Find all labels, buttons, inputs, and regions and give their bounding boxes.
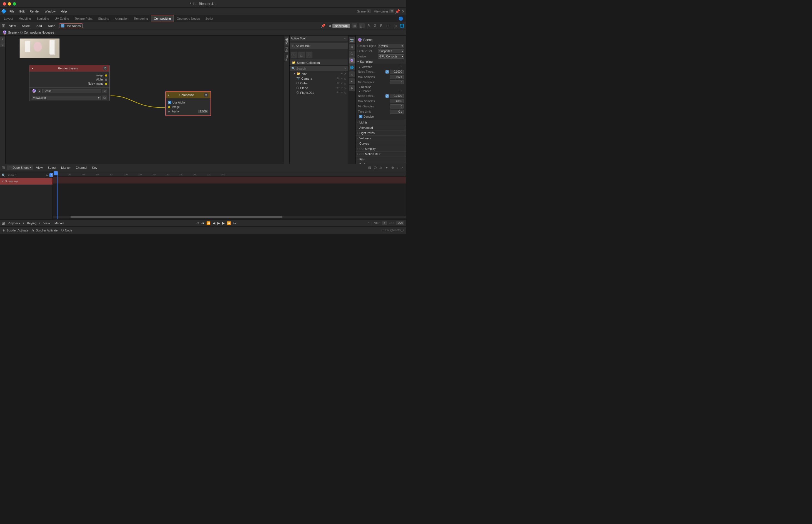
tl-marker[interactable]: Marker	[60, 165, 72, 170]
dope-sheet-selector[interactable]: ⋮ Dope Sheet ▾	[7, 165, 33, 170]
pb-view[interactable]: View	[42, 221, 52, 225]
tl-normalize-icon[interactable]: ↕	[396, 165, 399, 170]
sync-icon[interactable]: ⊙	[196, 221, 199, 225]
plane-sel[interactable]: ↗	[340, 86, 343, 89]
pin-icon[interactable]: 📌	[395, 9, 400, 14]
pb-marker[interactable]: Marker	[53, 221, 65, 225]
pb-keying[interactable]: Keying	[26, 221, 38, 225]
viewport-list-icon[interactable]: ⋮⋮	[398, 66, 403, 68]
use-nodes-toggle[interactable]: ✓ Use Nodes	[59, 23, 82, 28]
timeline-summary-row[interactable]: ▾ Summary	[0, 178, 52, 184]
node-editor-canvas[interactable]: ▾ Render Layers ⊙ Image Alpha Noisy Imag…	[5, 35, 289, 164]
play-btn[interactable]: ▶	[217, 220, 221, 226]
viewport-subsection-header[interactable]: ▾ Viewport ⋮⋮	[356, 65, 406, 69]
pb-playback[interactable]: Playback	[6, 221, 22, 225]
vp-noise-val[interactable]: 0.1000	[390, 70, 404, 74]
menu-edit[interactable]: Edit	[17, 9, 27, 14]
outliner-item-plane001[interactable]: ⬡ Plane.001 👁 ↗ △	[290, 90, 348, 95]
menu-file[interactable]: File	[7, 9, 17, 14]
outliner-item-plane[interactable]: ⬡ Plane 👁 ↗ △	[290, 85, 348, 90]
sampling-options-icon[interactable]: ⋮⋮	[399, 60, 404, 63]
prop-icon-world[interactable]: 🌐	[349, 64, 355, 70]
next-frame-btn[interactable]: ⏩	[226, 220, 232, 226]
globe-icon[interactable]: 🌐	[400, 23, 404, 28]
tl-icon-1[interactable]: ⊡	[368, 165, 371, 170]
motion-blur-header[interactable]: › ⬡⬡ Motion Blur	[356, 151, 406, 157]
tl-sync-icon[interactable]: ⊕	[391, 165, 395, 170]
outliner-item-cube[interactable]: ⬡ Cube 👁 ↗ △	[290, 81, 348, 85]
timeline-scroll-thumb[interactable]	[70, 216, 283, 218]
tl-channel[interactable]: Channel	[74, 165, 89, 170]
tab-shading[interactable]: Shading	[95, 15, 112, 22]
menu-help[interactable]: Help	[58, 9, 69, 14]
pin-toolbar-icon[interactable]: 📌	[321, 23, 325, 28]
zoom-options[interactable]: ⊞	[393, 23, 398, 28]
toolbar-view[interactable]: View	[7, 23, 18, 28]
plane-vis[interactable]: 👁	[337, 86, 339, 89]
cube-vis[interactable]: 👁	[337, 82, 339, 85]
tab-sculpting[interactable]: Sculpting	[34, 15, 52, 22]
tool-tab-1[interactable]: ⊞	[0, 37, 5, 42]
tl-select[interactable]: Select	[46, 165, 58, 170]
tool-icon-2[interactable]: ⬚	[298, 52, 305, 58]
select-box-tool[interactable]: ⊡ Select Box	[290, 43, 348, 49]
scene-dropdown[interactable]: Scene	[357, 10, 366, 13]
prop-icon-scene[interactable]: 🔮	[349, 58, 355, 64]
prop-icon-view[interactable]: ⬡	[349, 50, 355, 56]
backdrop-options-1[interactable]: ⊞	[352, 23, 357, 28]
volumes-header[interactable]: › Volumes	[356, 136, 406, 141]
editor-type-icon[interactable]: ⊞	[2, 23, 5, 28]
viewlayer-selector[interactable]: ViewLayer ▾	[32, 96, 101, 100]
tl-snap-icon[interactable]: ∧	[401, 165, 404, 170]
curves-header[interactable]: › Curves	[356, 141, 406, 146]
scene-clear-btn[interactable]: ✕	[102, 89, 107, 93]
render-layers-node[interactable]: ▾ Render Layers ⊙ Image Alpha Noisy Imag…	[29, 65, 110, 101]
tab-texture-paint[interactable]: Texture Paint	[72, 15, 95, 22]
socket-noisy-dot[interactable]	[105, 83, 107, 85]
r-denoise-header[interactable]: ✓ Denoise	[356, 114, 406, 119]
tool-tab-2[interactable]: ⊡	[0, 42, 5, 47]
plane001-sel[interactable]: ↗	[340, 91, 343, 94]
tl-search-input[interactable]	[7, 174, 45, 177]
toolbar-select[interactable]: Select	[20, 23, 33, 28]
device-value[interactable]: GPU Compute ▾	[378, 54, 404, 59]
backdrop-arrow-icon[interactable]: ◀	[328, 24, 331, 28]
prev-keyframe-btn[interactable]: ◀	[212, 220, 216, 226]
scene-input-node[interactable]	[42, 89, 101, 93]
vis-icon[interactable]: 👁	[340, 72, 343, 75]
use-nodes-checkbox[interactable]: ✓	[61, 24, 64, 28]
search-options-icon[interactable]: ▾	[344, 67, 346, 70]
toolbar-node[interactable]: Node	[46, 23, 58, 28]
r-noise-val[interactable]: 0.0100	[390, 94, 404, 98]
alpha-value[interactable]: 1.000	[198, 110, 208, 113]
tab-script[interactable]: Script	[203, 15, 216, 22]
tool-icon-3[interactable]: ⊡	[306, 52, 313, 58]
render-engine-value[interactable]: Cycles ▾	[378, 44, 404, 48]
maximize-button[interactable]	[13, 2, 16, 5]
plane001-vis[interactable]: 👁	[337, 91, 339, 94]
end-frame[interactable]: 250	[396, 221, 404, 225]
jump-start-btn[interactable]: ⏮	[200, 220, 205, 226]
tab-animation[interactable]: Animation	[112, 15, 131, 22]
prop-icon-physics[interactable]: ⊕	[349, 85, 355, 91]
tab-modeling[interactable]: Modeling	[16, 15, 34, 22]
channel-options[interactable]: ⊕	[385, 23, 391, 28]
sampling-header[interactable]: ▾ Sampling ⋮⋮	[356, 59, 406, 64]
viewlayer-copy-btn[interactable]: ⧉	[102, 96, 107, 100]
cube-sel[interactable]: ↗	[340, 82, 343, 85]
advanced-header[interactable]: › Advanced	[356, 125, 406, 130]
film-header[interactable]: › Film	[356, 157, 406, 162]
start-frame[interactable]: 1	[382, 221, 387, 225]
r-noise-checkbox[interactable]: ✓	[385, 94, 389, 98]
tl-icon-warn[interactable]: ⚠	[379, 165, 383, 170]
tool-tab[interactable]: Tool	[285, 46, 289, 53]
performance-options[interactable]: ⋮⋮	[399, 163, 404, 164]
tab-rendering[interactable]: Rendering	[131, 15, 151, 22]
prop-icon-particles[interactable]: ✦	[349, 78, 355, 84]
render-subsection-header[interactable]: ▾ Render ⋮⋮	[356, 89, 406, 93]
tl-filter-icon[interactable]: ▼	[385, 165, 389, 170]
outliner-item-camera[interactable]: 📷 Camera 👁 ↗ △	[290, 76, 348, 81]
composite-node[interactable]: ▾ Composite ⊙ ✓ Use Alpha Image Alpha 1.…	[165, 91, 211, 116]
add-area-icon[interactable]: ✕	[401, 9, 405, 14]
outliner-item-env[interactable]: ▾ 📂 env 👁 ↗	[290, 71, 348, 76]
